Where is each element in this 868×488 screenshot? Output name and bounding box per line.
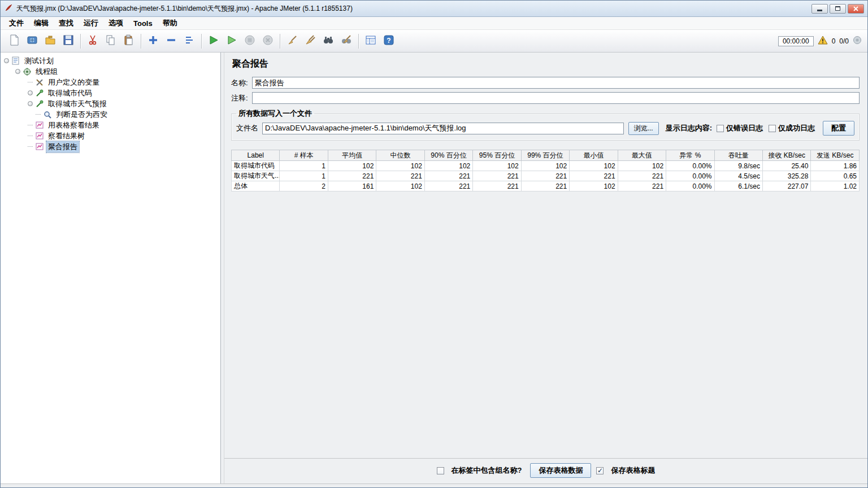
- tree-node-get-city-weather[interactable]: 取得城市天气预报: [1, 98, 220, 109]
- templates-button[interactable]: [23, 32, 41, 50]
- menu-file[interactable]: 文件: [4, 17, 29, 29]
- name-label: 名称:: [231, 78, 248, 88]
- table-header-cell[interactable]: 最小值: [570, 150, 618, 161]
- menu-run[interactable]: 运行: [79, 17, 103, 29]
- include-group-name-label[interactable]: 在标签中包含组名称?: [452, 465, 522, 476]
- tree-node-assert-xian[interactable]: 判断是否为西安: [1, 109, 220, 120]
- table-cell: 221: [424, 171, 472, 181]
- table-header-cell[interactable]: 最大值: [618, 150, 666, 161]
- save-header-label[interactable]: 保存表格标题: [611, 465, 655, 476]
- collapse-all-button[interactable]: [162, 32, 180, 50]
- start-button[interactable]: [205, 32, 223, 50]
- menu-options[interactable]: 选项: [103, 17, 128, 29]
- tree-node-view-results-tree[interactable]: 察看结果树: [1, 130, 220, 141]
- table-header-row: Label # 样本 平均值 中位数 90% 百分位 95% 百分位 99% 百…: [232, 150, 860, 161]
- warning-icon[interactable]: [818, 36, 828, 46]
- table-cell: 325.28: [762, 171, 810, 181]
- copy-button[interactable]: [102, 32, 120, 50]
- tree-node-view-results-table[interactable]: 用表格察看结果: [1, 120, 220, 130]
- table-cell: 161: [328, 181, 376, 191]
- table-header-cell[interactable]: 平均值: [328, 150, 376, 161]
- tree-node-test-plan[interactable]: 测试计划: [1, 55, 220, 66]
- table-cell: 1.02: [811, 181, 860, 191]
- jmeter-logo-icon: [4, 3, 13, 14]
- tree-node-aggregate-report[interactable]: 聚合报告: [1, 141, 220, 152]
- tree-expand-handle-icon[interactable]: [28, 90, 33, 95]
- thread-group-icon: [23, 67, 32, 76]
- table-header-cell[interactable]: 90% 百分位: [424, 150, 472, 161]
- minimize-button[interactable]: [811, 4, 828, 14]
- table-cell: 0.65: [811, 171, 860, 181]
- open-file-button[interactable]: [41, 32, 59, 50]
- tree-node-user-variables[interactable]: 用户定义的变量: [1, 77, 220, 88]
- table-cell: 取得城市天气...: [232, 171, 280, 181]
- shutdown-button[interactable]: [259, 32, 277, 50]
- save-table-data-button[interactable]: 保存表格数据: [530, 463, 591, 478]
- maximize-button[interactable]: [830, 4, 846, 14]
- tree-guide-line: [36, 114, 41, 115]
- cut-button[interactable]: [84, 32, 102, 50]
- menu-search[interactable]: 查找: [54, 17, 79, 29]
- table-header-cell[interactable]: # 样本: [280, 150, 328, 161]
- errors-only-checkbox[interactable]: [717, 125, 724, 132]
- search-button[interactable]: [319, 32, 337, 50]
- paste-button[interactable]: [120, 32, 138, 50]
- menubar: 文件 编辑 查找 运行 选项 Tools 帮助: [1, 17, 867, 30]
- tree-node-get-city-code[interactable]: 取得城市代码: [1, 88, 220, 98]
- browse-button[interactable]: 浏览...: [628, 122, 659, 135]
- tree-expand-handle-icon[interactable]: [28, 101, 33, 106]
- tree-expand-handle-icon[interactable]: [4, 58, 9, 63]
- table-header-cell[interactable]: Label: [232, 150, 280, 161]
- table-row: 总体 2 161 102 221 221 221 102 221 0.00% 6…: [232, 181, 860, 191]
- start-no-timers-button[interactable]: [223, 32, 241, 50]
- search-reset-button[interactable]: [337, 32, 355, 50]
- table-header-cell[interactable]: 99% 百分位: [521, 150, 569, 161]
- filename-input[interactable]: [262, 123, 624, 134]
- toggle-button[interactable]: [180, 32, 198, 50]
- menu-edit[interactable]: 编辑: [29, 17, 54, 29]
- save-button[interactable]: [59, 32, 77, 50]
- table-header-cell[interactable]: 接收 KB/sec: [762, 150, 810, 161]
- configure-button[interactable]: 配置: [823, 121, 854, 136]
- main-area: 测试计划 线程组 用户定义的变量 取得城市代码 取得城市天气预报: [1, 53, 867, 483]
- save-header-checkbox[interactable]: [596, 467, 604, 474]
- save-icon: [63, 34, 74, 47]
- toolbar: ? 00:00:00 0 0/0: [1, 30, 867, 53]
- search-icon: [323, 34, 334, 47]
- table-cell: 221: [521, 181, 569, 191]
- tree-node-thread-group[interactable]: 线程组: [1, 66, 220, 77]
- close-button[interactable]: [848, 4, 864, 14]
- table-cell: 102: [376, 181, 424, 191]
- new-file-button[interactable]: [5, 32, 23, 50]
- table-header-cell[interactable]: 95% 百分位: [473, 150, 521, 161]
- success-only-label[interactable]: 仅成功日志: [778, 123, 815, 133]
- expand-all-button[interactable]: [144, 32, 162, 50]
- titlebar[interactable]: 天气预报.jmx (D:\JavaDEV\Java\apache-jmeter-…: [1, 1, 867, 17]
- comments-input[interactable]: [252, 92, 860, 104]
- errors-only-label[interactable]: 仅错误日志: [726, 123, 763, 133]
- stop-button[interactable]: [241, 32, 259, 50]
- help-button[interactable]: ?: [380, 32, 398, 50]
- function-helper-button[interactable]: [362, 32, 380, 50]
- table-cell: 102: [424, 161, 472, 171]
- tree-node-label: 察看结果树: [46, 130, 86, 142]
- menu-help[interactable]: 帮助: [158, 17, 183, 29]
- include-group-name-checkbox[interactable]: [437, 467, 444, 474]
- window-resize-edge[interactable]: [1, 483, 867, 487]
- listener-icon: [35, 121, 44, 130]
- clear-all-button[interactable]: [301, 32, 319, 50]
- clear-button[interactable]: [283, 32, 301, 50]
- table-header-cell[interactable]: 吞吐量: [714, 150, 762, 161]
- name-input[interactable]: [252, 77, 860, 89]
- table-header-cell[interactable]: 发送 KB/sec: [811, 150, 860, 161]
- table-header-cell[interactable]: 异常 %: [666, 150, 714, 161]
- success-only-checkbox[interactable]: [769, 125, 776, 132]
- table-header-cell[interactable]: 中位数: [376, 150, 424, 161]
- menu-tools[interactable]: Tools: [128, 18, 158, 29]
- tree-expand-handle-icon[interactable]: [15, 69, 20, 74]
- table-footer: 在标签中包含组名称? 保存表格数据 保存表格标题: [224, 458, 867, 483]
- table-cell: 25.40: [762, 161, 810, 171]
- start-icon: [208, 34, 219, 47]
- collapse-all-icon: [166, 34, 177, 47]
- stop-icon: [244, 34, 255, 47]
